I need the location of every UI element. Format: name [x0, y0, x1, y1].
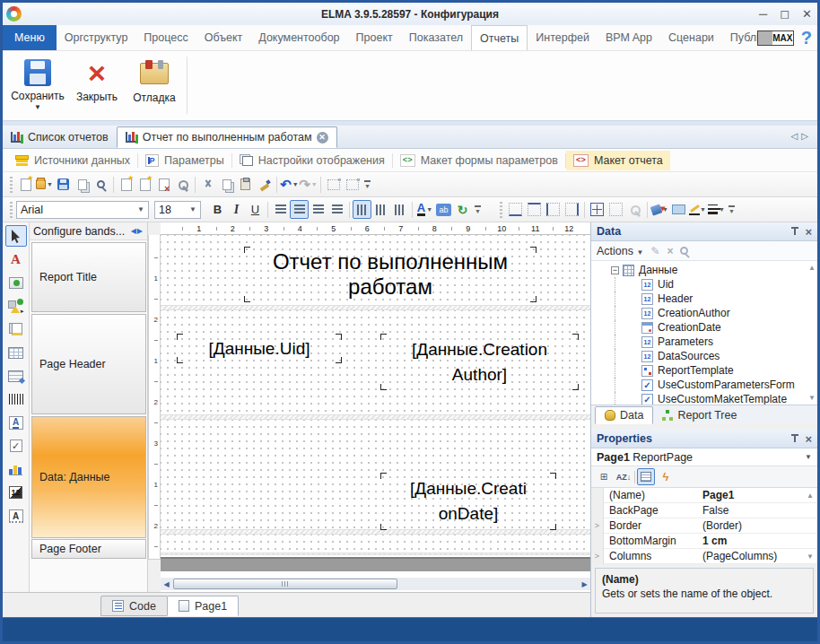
menu-tab-11[interactable]: Сценари [660, 25, 722, 50]
align-to-grid-button[interactable] [324, 175, 343, 194]
redo-button[interactable]: ↷▼ [299, 175, 318, 194]
categorized-button[interactable]: ⊞ [595, 468, 613, 485]
properties-object-selector[interactable]: Page1 ReportPage ▼ [591, 448, 817, 466]
tab-report-editor[interactable]: Отчет по выполненным работам ✕ [117, 126, 337, 148]
property-row-Border[interactable]: >Border(Border) [591, 518, 817, 534]
menu-tab-6[interactable]: Проект [348, 25, 401, 50]
font-dropdown-icon[interactable]: ▼ [137, 205, 144, 213]
border-all-button[interactable] [588, 200, 606, 219]
pointer-tool[interactable] [5, 225, 27, 247]
configure-bands-button[interactable]: Configure bands... ◀▶ [30, 222, 147, 240]
display-settings-item[interactable]: Настройки отображения [232, 151, 392, 170]
align-justify-button[interactable] [327, 200, 346, 219]
tab-report-list[interactable]: Список отчетов [3, 126, 117, 148]
valign-top-button[interactable] [353, 200, 371, 219]
new-page-button[interactable] [117, 175, 135, 194]
design-canvas[interactable]: 123456789101112 Отчет по выполненным раб… [161, 222, 590, 592]
shapes-tool[interactable]: ▸ [5, 295, 27, 317]
tree-item-CreationDate[interactable]: CreationDate [591, 320, 817, 335]
line-color-button[interactable]: ▼ [688, 200, 707, 219]
highlight-button[interactable]: ab [434, 200, 453, 219]
property-row-Columns[interactable]: >Columns(PageColumns) [591, 549, 817, 564]
tree-item-Данные[interactable]: −Данные [591, 263, 817, 277]
line-width-button[interactable]: ▼ [707, 200, 726, 219]
property-row-BottomMargin[interactable]: BottomMargin1 cm [591, 534, 817, 549]
border-left-button[interactable] [544, 200, 563, 219]
new-report-button[interactable] [16, 175, 35, 194]
delete-icon[interactable]: × [667, 245, 673, 257]
scrollbar-thumb[interactable] [173, 579, 397, 589]
band-separator[interactable] [161, 553, 590, 555]
align-right-button[interactable] [309, 200, 327, 219]
grid-scroll-down-icon[interactable]: ▼ [807, 553, 814, 561]
save-report-button[interactable] [54, 175, 73, 194]
property-row-BackPage[interactable]: BackPageFalse [591, 503, 817, 518]
page-footer-band-area[interactable] [161, 535, 590, 553]
menu-tab-4[interactable]: Объект [196, 25, 251, 50]
scroll-right-icon[interactable]: ▶ [579, 578, 590, 590]
sort-az-button[interactable]: AZ↓ [615, 468, 632, 485]
tab-code[interactable]: Code [100, 596, 168, 616]
border-bottom-button[interactable] [506, 200, 525, 219]
align-center-button[interactable] [290, 200, 309, 219]
undo-button[interactable]: ↶▼ [280, 175, 299, 194]
creation-date-field-textbox[interactable]: [Данные.Creati onDate] [383, 475, 554, 527]
design-surface[interactable]: Отчет по выполненным работам [Данные.Uid… [161, 235, 590, 555]
cut-button[interactable] [198, 175, 217, 194]
delete-page-button[interactable] [154, 175, 173, 194]
open-report-button[interactable]: ▼ [35, 175, 54, 194]
tree-item-Uid[interactable]: 12Uid [591, 277, 817, 292]
report-title-textbox[interactable]: Отчет по выполненным работам [247, 249, 534, 300]
tree-item-Header[interactable]: 12Header [591, 292, 817, 306]
close-tab-icon[interactable]: ✕ [317, 132, 328, 144]
close-button[interactable]: ✕ [802, 8, 812, 20]
pin-icon[interactable] [791, 227, 798, 236]
object-dropdown-icon[interactable]: ▼ [805, 453, 812, 461]
menu-tab-3[interactable]: Процесс [135, 25, 196, 50]
border-right-button[interactable] [563, 200, 581, 219]
events-button[interactable]: ϟ [657, 468, 675, 485]
max-toggle[interactable]: MAX [757, 30, 794, 46]
size-dropdown-icon[interactable]: ▼ [189, 205, 196, 213]
actions-menu[interactable]: Actions ▼ [597, 245, 643, 257]
barcode-tool[interactable] [5, 388, 27, 410]
font-color-button[interactable]: A▼ [415, 200, 434, 219]
preview-button[interactable] [92, 175, 110, 194]
menu-tab-8[interactable]: Отчеты [471, 25, 528, 50]
zebra-tool[interactable]: 12 [5, 482, 27, 503]
align-left-button[interactable] [271, 200, 290, 219]
format-overflow-icon[interactable]: ▼ [472, 201, 484, 219]
picture-tool[interactable] [5, 272, 27, 293]
valign-middle-button[interactable] [371, 200, 390, 219]
bold-button[interactable]: B [208, 200, 227, 219]
creation-author-field-textbox[interactable]: [Данные.Creation Author] [383, 336, 576, 387]
font-size-select[interactable]: 18▼ [154, 201, 201, 219]
underline-button[interactable]: U [246, 200, 265, 219]
border-overflow-icon[interactable]: ▼ [726, 201, 737, 219]
tab-page1[interactable]: Page1 [167, 596, 239, 616]
tree-item-CreationAuthor[interactable]: 12CreationAuthor [591, 306, 817, 320]
max-toggle-slider[interactable] [758, 31, 772, 45]
checkbox-tool[interactable]: ✓ [5, 435, 27, 457]
font-select[interactable]: Arial▼ [16, 201, 149, 219]
debug-button[interactable]: Отладка [126, 57, 182, 116]
tab-scroll-arrows[interactable]: ◁▷ [791, 131, 812, 141]
edit-icon[interactable]: ✎ [650, 245, 659, 257]
italic-button[interactable]: I [227, 200, 246, 219]
menu-tab-10[interactable]: BPM App [598, 25, 660, 50]
richtext-tool[interactable]: A [5, 412, 27, 433]
menu-tab-9[interactable]: Интерфей [528, 25, 598, 50]
toolbar-overflow-icon[interactable]: ▼ [362, 176, 373, 194]
close-panel-icon[interactable]: × [805, 433, 812, 445]
tree-item-Parameters[interactable]: 12Parameters [591, 335, 817, 349]
tree-scroll-down-icon[interactable]: ▼ [808, 394, 816, 402]
rotate-text-button[interactable]: ↻ [453, 200, 472, 219]
menu-tab-5[interactable]: Документообор [250, 25, 347, 50]
chart-tool[interactable] [5, 458, 27, 480]
copy-button[interactable] [217, 175, 236, 194]
minimize-button[interactable]: ─ [759, 8, 767, 20]
save-button[interactable]: Сохранить ▼ [10, 57, 65, 116]
border-top-button[interactable] [525, 200, 544, 219]
page-setup-button[interactable] [173, 175, 192, 194]
menu-tab-7[interactable]: Показател [401, 25, 471, 50]
